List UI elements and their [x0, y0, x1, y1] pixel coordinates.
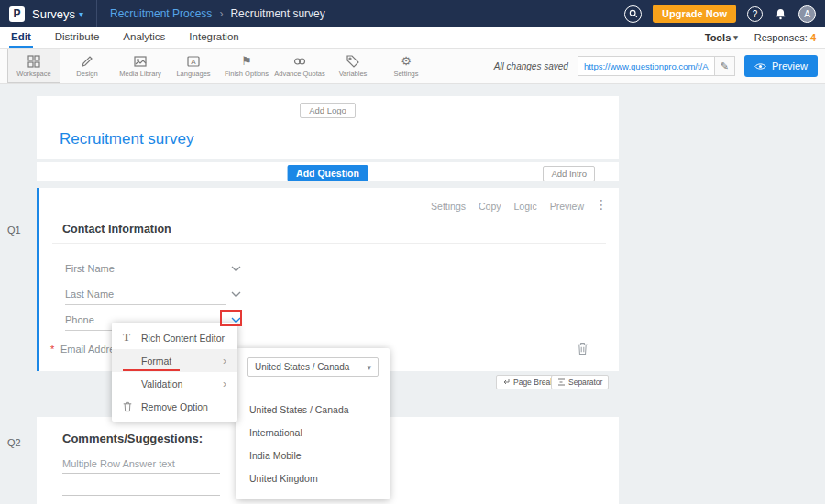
topbar: P Surveys ▾ Recruitment Process › Recrui… — [0, 0, 825, 27]
survey-url-box: ✎ — [578, 56, 735, 76]
toolbar-item-languages[interactable]: A Languages — [167, 49, 220, 83]
question-divider — [52, 243, 606, 244]
questionpro-logo[interactable]: P — [9, 6, 25, 22]
contact-field-last-name: Last Name — [65, 287, 226, 305]
survey-toolbar: Workspace Design Media Library A Languag… — [0, 49, 825, 84]
search-button[interactable] — [624, 5, 642, 23]
menu-item-label: Remove Option — [141, 401, 208, 412]
toolbar-item-advance-quotas[interactable]: Advance Quotas — [273, 49, 326, 83]
caret-down-icon: ▾ — [79, 9, 83, 19]
separator-label: Separator — [568, 378, 602, 387]
annotation-red-box — [220, 310, 242, 326]
finish-flag-icon: ⚑ — [241, 55, 252, 68]
answer-placeholder: Multiple Row Answer text — [62, 458, 175, 469]
contact-field-email-label: Email Addre — [60, 344, 115, 355]
field-label: First Name — [65, 263, 115, 274]
annotation-red-underline — [123, 369, 180, 371]
add-question-row: Add Question Add Intro — [37, 159, 619, 181]
separator-button[interactable]: Separator — [551, 375, 609, 389]
toolbar-item-label: Workspace — [16, 70, 50, 78]
menu-item-validation[interactable]: Validation › — [112, 372, 237, 395]
toolbar-item-label: Finish Options — [225, 70, 269, 78]
question-settings-link[interactable]: Settings — [431, 201, 466, 212]
caret-down-icon: ▾ — [733, 33, 738, 42]
responses-indicator[interactable]: Responses:4 — [754, 32, 816, 43]
caret-down-icon: ▾ — [367, 363, 371, 372]
breadcrumb-current: Recruitment survey — [230, 7, 324, 20]
page-break-label: Page Break — [513, 378, 554, 387]
menu-item-rich-content-editor[interactable]: T Rich Content Editor — [112, 326, 237, 349]
surveys-label: Surveys — [32, 7, 75, 21]
toolbar-item-variables[interactable]: Variables — [326, 49, 380, 83]
preview-label: Preview — [772, 60, 808, 71]
menu-item-label: Format — [141, 356, 171, 367]
format-option-us-canada[interactable]: United States / Canada — [236, 398, 390, 421]
menu-item-label: Rich Content Editor — [141, 333, 225, 344]
breadcrumb-separator-icon: › — [219, 7, 223, 20]
page-break-icon — [502, 378, 510, 386]
field-options-chevron-icon[interactable] — [231, 291, 241, 298]
field-label: Last Name — [65, 289, 114, 300]
tab-distribute[interactable]: Distribute — [53, 27, 102, 48]
menu-item-format[interactable]: Format › — [112, 349, 237, 372]
toolbar-item-label: Variables — [339, 70, 368, 78]
toolbar-item-label: Advance Quotas — [274, 70, 324, 78]
question-logic-link[interactable]: Logic — [514, 201, 537, 212]
format-options-list: United States / Canada International Ind… — [236, 398, 390, 489]
multirow-answer-field-2[interactable] — [62, 483, 220, 496]
format-option-international[interactable]: International — [236, 421, 390, 444]
upgrade-now-button[interactable]: Upgrade Now — [653, 5, 736, 23]
toolbar-item-label: Settings — [393, 70, 418, 78]
question-title[interactable]: Comments/Suggestions: — [62, 432, 203, 445]
tools-label: Tools — [705, 32, 732, 43]
toolbar-item-workspace[interactable]: Workspace — [7, 49, 60, 83]
nav-tabs: Edit Distribute Analytics Integration — [9, 27, 261, 48]
rich-text-icon: T — [123, 331, 133, 345]
add-logo-button[interactable]: Add Logo — [300, 103, 356, 118]
question-number-q1: Q1 — [7, 225, 21, 236]
required-asterisk: * — [50, 344, 54, 355]
tools-menu[interactable]: Tools ▾ — [705, 32, 738, 43]
edit-url-pencil-icon[interactable]: ✎ — [714, 57, 734, 75]
toolbar-item-design[interactable]: Design — [60, 49, 114, 83]
question-title[interactable]: Contact Information — [62, 223, 171, 236]
phone-format-select[interactable]: United States / Canada ▾ — [248, 357, 379, 377]
notifications-bell-icon[interactable] — [774, 7, 787, 21]
search-icon — [629, 9, 638, 18]
selected-format-value: United States / Canada — [255, 362, 349, 372]
surveys-menu[interactable]: Surveys ▾ — [32, 7, 83, 21]
field-options-chevron-icon[interactable] — [231, 266, 241, 272]
breadcrumb-recruitment-process[interactable]: Recruitment Process — [110, 7, 212, 20]
preview-button[interactable]: Preview — [744, 55, 818, 77]
help-button[interactable]: ? — [747, 6, 763, 22]
user-avatar[interactable]: A — [798, 5, 816, 23]
add-intro-button[interactable]: Add Intro — [543, 166, 595, 181]
toolbar-items: Workspace Design Media Library A Languag… — [7, 49, 433, 83]
question-number-q2: Q2 — [7, 437, 21, 448]
tab-integration[interactable]: Integration — [187, 27, 240, 48]
survey-url-input[interactable] — [578, 61, 714, 71]
responses-count: 4 — [810, 32, 816, 43]
survey-title[interactable]: Recruitment survey — [60, 130, 619, 148]
question-preview-link[interactable]: Preview — [550, 201, 584, 212]
multirow-answer-field[interactable]: Multiple Row Answer text — [62, 457, 220, 474]
kebab-menu-icon[interactable]: ⋮ — [595, 197, 608, 212]
question-copy-link[interactable]: Copy — [478, 201, 501, 212]
tab-edit[interactable]: Edit — [9, 27, 33, 48]
delete-question-trash-icon[interactable] — [577, 342, 588, 356]
submenu-arrow-icon: › — [223, 355, 226, 367]
add-question-button[interactable]: Add Question — [287, 165, 368, 181]
format-option-india-mobile[interactable]: India Mobile — [236, 444, 390, 466]
toolbar-item-settings[interactable]: ⚙ Settings — [380, 49, 433, 83]
format-option-united-kingdom[interactable]: United Kingdom — [236, 466, 390, 489]
toolbar-item-media-library[interactable]: Media Library — [114, 49, 167, 83]
save-status-text: All changes saved — [494, 61, 568, 71]
tab-analytics[interactable]: Analytics — [121, 27, 167, 48]
variables-tag-icon — [346, 55, 359, 68]
eye-icon — [754, 62, 766, 71]
menu-item-remove-option[interactable]: Remove Option — [112, 395, 237, 418]
question-actions: Settings Copy Logic Preview — [431, 201, 584, 212]
gear-icon: ⚙ — [401, 55, 412, 68]
toolbar-item-label: Media Library — [119, 70, 160, 78]
toolbar-item-finish-options[interactable]: ⚑ Finish Options — [220, 49, 273, 83]
